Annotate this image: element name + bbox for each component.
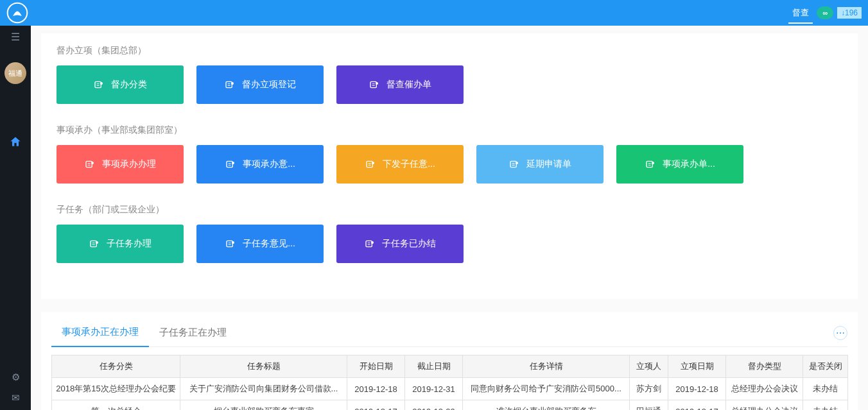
action-card[interactable]: 子任务办理 — [56, 225, 184, 263]
table-header: 截止日期 — [405, 355, 463, 378]
top-bar: 督查 ∞ ↓196 — [0, 0, 868, 26]
notification-count: 196 — [845, 8, 858, 17]
table-cell: 2019-12-17 — [347, 400, 405, 411]
action-card-label: 事项承办办理 — [102, 158, 156, 170]
card-row: 督办分类督办立项登记督查催办单 — [56, 65, 842, 104]
action-card-label: 延期申请单 — [526, 158, 571, 170]
action-card[interactable]: 督查催办单 — [336, 65, 464, 104]
svg-rect-5 — [226, 81, 232, 87]
action-card-label: 事项承办单... — [663, 158, 715, 170]
table-header: 任务标题 — [180, 355, 347, 378]
action-card-label: 下发子任意... — [383, 158, 435, 170]
svg-rect-9 — [370, 81, 376, 87]
table-panel: 事项承办正在办理 子任务正在办理 ⋯ 任务分类任务标题开始日期截止日期任务详情立… — [41, 312, 858, 410]
cloud-icon[interactable]: ∞ — [817, 6, 833, 19]
svg-rect-17 — [227, 161, 232, 167]
table-cell: 未办结 — [803, 400, 848, 411]
table-cell: 关于广安消防公司向集团财务公司借款... — [180, 378, 347, 400]
table-cell: 烟台事业部购买商务车事宜 — [180, 400, 347, 411]
action-card-label: 子任务办理 — [107, 238, 152, 250]
svg-point-34 — [96, 241, 98, 244]
table-cell: 2018年第15次总经理办公会纪要 — [52, 378, 180, 400]
logo-icon — [6, 2, 28, 24]
table-cell: 田福通 — [630, 400, 668, 411]
action-card[interactable]: 事项承办单... — [616, 145, 743, 184]
tab-tasks-processing[interactable]: 事项承办正在办理 — [51, 320, 149, 347]
table-cell: 2019-12-18 — [347, 378, 405, 400]
svg-point-26 — [516, 162, 518, 164]
table-cell: 未办结 — [803, 378, 848, 400]
message-icon[interactable]: ✉ — [12, 392, 20, 404]
svg-point-38 — [232, 241, 234, 244]
svg-point-42 — [371, 241, 374, 244]
action-card[interactable]: 督办分类 — [56, 65, 184, 104]
table-cell: 苏方剑 — [630, 378, 668, 400]
table-cell: 总经理办公会决议 — [726, 400, 803, 411]
table-header: 任务详情 — [463, 355, 630, 378]
action-card-label: 督查催办单 — [386, 79, 431, 90]
action-card-label: 子任务意见... — [243, 238, 295, 250]
svg-rect-33 — [91, 241, 96, 246]
home-icon[interactable] — [9, 135, 22, 151]
svg-rect-29 — [647, 161, 652, 167]
tab-subtasks-processing[interactable]: 子任务正在办理 — [149, 320, 237, 346]
svg-rect-13 — [86, 161, 92, 167]
table-cell: 同意向财务公司给予广安消防公司5000... — [463, 378, 630, 400]
section-title: 子任务（部门或三级企业） — [56, 204, 842, 216]
svg-rect-25 — [510, 161, 516, 167]
svg-rect-41 — [366, 241, 372, 246]
collapse-icon[interactable]: ☰ — [11, 31, 20, 43]
card-row: 子任务办理子任务意见...子任务已办结 — [56, 225, 842, 263]
action-card[interactable]: 子任务意见... — [196, 225, 324, 263]
svg-rect-21 — [367, 161, 372, 167]
svg-point-14 — [91, 162, 94, 164]
table-cell: 2019-12-17 — [668, 400, 726, 411]
table-header: 立项人 — [630, 355, 668, 378]
action-card-label: 事项承办意... — [243, 158, 295, 170]
card-row: 事项承办办理事项承办意...下发子任意...延期申请单事项承办单... — [56, 145, 842, 184]
table-cell: 2019-12-18 — [668, 378, 726, 400]
main-content: 督办立项（集团总部）督办分类督办立项登记督查催办单事项承办（事业部或集团部室）事… — [31, 26, 868, 410]
action-card[interactable]: 事项承办办理 — [56, 145, 184, 184]
table-tabs: 事项承办正在办理 子任务正在办理 ⋯ — [51, 320, 847, 347]
action-card[interactable]: 下发子任意... — [336, 145, 464, 184]
notification-badge[interactable]: ↓196 — [837, 7, 862, 19]
section-title: 督办立项（集团总部） — [56, 45, 842, 56]
table-header: 立项日期 — [668, 355, 726, 378]
table-header: 是否关闭 — [803, 355, 848, 378]
sidebar: ☰ 福通 ⚙ ✉ — [0, 26, 31, 410]
action-card-label: 督办分类 — [111, 79, 147, 90]
action-card[interactable]: 督办立项登记 — [196, 65, 324, 104]
svg-point-30 — [652, 162, 654, 164]
svg-rect-37 — [227, 241, 232, 246]
action-card[interactable]: 事项承办意... — [196, 145, 324, 184]
svg-point-22 — [372, 162, 374, 164]
svg-point-2 — [100, 82, 103, 85]
settings-icon[interactable]: ⚙ — [12, 372, 20, 383]
table-cell: 总经理办公会决议 — [726, 378, 803, 400]
action-card[interactable]: 延期申请单 — [476, 145, 603, 184]
topbar-right: 督查 ∞ ↓196 — [788, 6, 862, 20]
table-cell: 2019-12-31 — [405, 378, 463, 400]
more-icon[interactable]: ⋯ — [833, 326, 847, 340]
section-title: 事项承办（事业部或集团部室） — [56, 124, 842, 136]
header-ducha-tab[interactable]: 督查 — [788, 6, 813, 20]
svg-point-10 — [376, 82, 378, 85]
table-cell: 2019-12-20 — [405, 400, 463, 411]
table-row[interactable]: 第一次总经会烟台事业部购买商务车事宜2019-12-172019-12-20准许… — [52, 400, 848, 411]
svg-point-18 — [232, 162, 234, 164]
table-header: 督办类型 — [726, 355, 803, 378]
task-table: 任务分类任务标题开始日期截止日期任务详情立项人立项日期督办类型是否关闭 2018… — [51, 355, 848, 410]
table-row[interactable]: 2018年第15次总经理办公会纪要关于广安消防公司向集团财务公司借款...201… — [52, 378, 848, 400]
table-header: 任务分类 — [52, 355, 180, 378]
action-card[interactable]: 子任务已办结 — [336, 225, 464, 263]
table-cell: 第一次总经会 — [52, 400, 180, 411]
table-header: 开始日期 — [347, 355, 405, 378]
action-card-label: 子任务已办结 — [382, 238, 436, 250]
table-cell: 准许烟台事业部购买商务车 — [463, 400, 630, 411]
svg-rect-1 — [95, 81, 101, 87]
avatar[interactable]: 福通 — [4, 62, 26, 84]
svg-point-6 — [231, 82, 234, 85]
logo — [5, 1, 30, 25]
action-card-label: 督办立项登记 — [242, 79, 296, 90]
